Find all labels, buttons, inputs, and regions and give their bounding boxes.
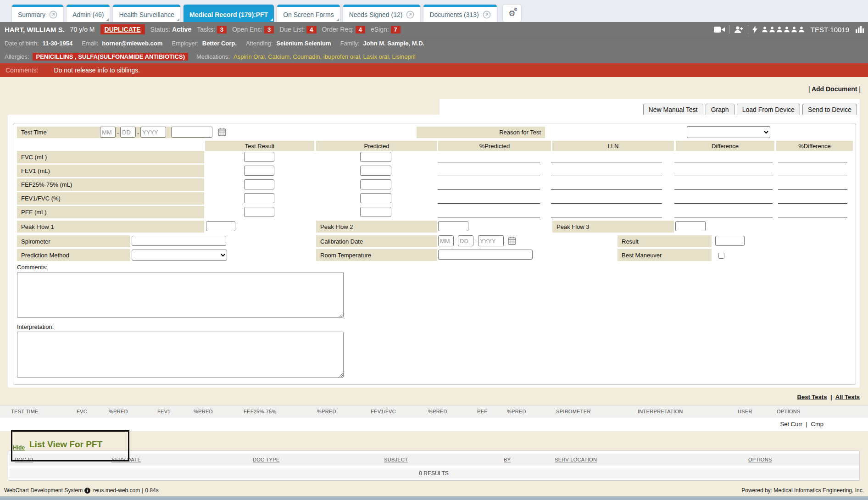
employer-value: Better Corp. <box>202 40 237 47</box>
room-temperature-input[interactable] <box>438 250 533 260</box>
medication-item[interactable]: Lisinopril <box>392 53 415 60</box>
tab-medical-record[interactable]: Medical Record (179):PFT <box>184 5 274 22</box>
comments-banner-text: Do not release info to siblings. <box>54 67 140 74</box>
doc-col-by[interactable]: BY <box>504 457 511 462</box>
test-time-day-input[interactable] <box>120 127 136 138</box>
tab-documents[interactable]: Documents (313) <box>423 5 496 22</box>
graph-button[interactable]: Graph <box>706 104 734 116</box>
peak-flow-1-label-cell: Peak Flow 1 <box>17 221 204 233</box>
date-separator: - <box>455 238 456 245</box>
medication-item[interactable]: Lasix oral <box>363 53 392 60</box>
fev1-pct-difference-line <box>778 176 847 176</box>
fvc-test-result-input[interactable] <box>244 152 274 162</box>
fev1-predicted-input[interactable] <box>360 166 391 176</box>
best-maneuver-checkbox[interactable] <box>718 253 724 259</box>
medication-item[interactable]: Aspirin Oral <box>234 53 268 60</box>
bar-chart-icon[interactable] <box>855 26 864 33</box>
hide-list-view-link[interactable]: Hide <box>13 444 25 451</box>
reason-for-test-select[interactable] <box>687 126 770 138</box>
set-curr-link[interactable]: Set Curr <box>780 421 802 428</box>
tab-summary[interactable]: Summary <box>12 5 63 22</box>
spirometer-label-cell: Spirometer <box>17 235 130 247</box>
calibration-month-input[interactable] <box>438 235 454 246</box>
settings-button[interactable]: ⚙ ⚙ <box>503 5 521 22</box>
doc-col-doc-type[interactable]: DOC TYPE <box>253 457 279 462</box>
add-user-icon[interactable] <box>734 26 744 33</box>
tab-needs-signed[interactable]: Needs Signed (12) <box>343 5 421 22</box>
calibration-year-input[interactable] <box>478 235 504 246</box>
lightning-icon[interactable] <box>752 26 757 33</box>
separator: | <box>830 394 832 400</box>
fev1-fvc-predicted-input[interactable] <box>360 193 391 203</box>
pef-difference-line <box>674 217 773 217</box>
peak-flow-2-input[interactable] <box>438 221 468 231</box>
doc-col-subject[interactable]: SUBJECT <box>384 457 408 462</box>
fef-predicted-input[interactable] <box>360 179 391 189</box>
best-tests-link[interactable]: Best Tests <box>797 394 827 400</box>
fev1-pct-predicted-line <box>438 176 540 176</box>
external-link-icon[interactable] <box>49 11 57 19</box>
results-col-fev1: FEV1 <box>157 409 171 414</box>
fev1-test-result-input[interactable] <box>244 166 274 176</box>
due-list-count-badge[interactable]: 4 <box>306 26 316 33</box>
patient-row-2: Date of birth: 11-30-1954 Email: horner@… <box>0 37 868 50</box>
user-presence-icons[interactable] <box>762 26 805 33</box>
load-from-device-button[interactable]: Load From Device <box>737 104 800 116</box>
medication-item[interactable]: ibuprofen oral <box>323 53 363 60</box>
calibration-day-input[interactable] <box>458 235 473 246</box>
esign-count-badge[interactable]: 7 <box>391 26 401 33</box>
external-link-icon[interactable] <box>406 11 414 19</box>
patient-row-3: Allergies: PENICILLINS , SULFA(SULFONAMI… <box>0 50 868 63</box>
esign-label: eSign: <box>371 26 389 33</box>
tasks-count-badge[interactable]: 3 <box>217 26 227 33</box>
external-link-icon[interactable] <box>483 11 491 19</box>
fvc-predicted-input[interactable] <box>360 152 391 162</box>
fev1-fvc-test-result-input[interactable] <box>244 193 274 203</box>
tab-fold-icon <box>270 18 273 21</box>
new-manual-test-button[interactable]: New Manual Test <box>643 104 703 116</box>
prediction-method-select[interactable] <box>132 250 227 261</box>
fef-test-result-input[interactable] <box>244 179 274 189</box>
test-time-month-input[interactable] <box>100 127 116 138</box>
doc-col-options[interactable]: OPTIONS <box>748 457 772 462</box>
open-enc-count-badge[interactable]: 3 <box>264 26 274 33</box>
info-icon[interactable]: i <box>84 488 90 494</box>
tab-admin[interactable]: Admin (46) <box>67 5 110 22</box>
peak-flow-1-input[interactable] <box>206 221 235 231</box>
send-to-device-button[interactable]: Send to Device <box>802 104 857 116</box>
all-tests-link[interactable]: All Tests <box>835 394 860 400</box>
due-list-label: Due List: <box>279 26 305 33</box>
results-col-options: OPTIONS <box>777 409 801 414</box>
doc-col-serv-location[interactable]: SERV LOCATION <box>555 457 597 462</box>
result-input[interactable] <box>715 236 745 246</box>
order-req-count-badge[interactable]: 4 <box>356 26 365 33</box>
tab-on-screen-forms[interactable]: On Screen Forms <box>277 5 339 22</box>
separator: | <box>806 421 807 428</box>
column-header-lln: LLN <box>552 141 674 151</box>
pef-test-result-input[interactable] <box>244 207 274 217</box>
form-comments-textarea[interactable] <box>17 272 344 318</box>
pef-predicted-input[interactable] <box>360 207 391 217</box>
test-time-year-input[interactable] <box>140 127 166 138</box>
duplicate-badge[interactable]: DUPLICATE <box>100 24 145 34</box>
medication-item[interactable]: Coumadin <box>293 53 323 60</box>
results-col-fev1-fvc: FEV1/FVC <box>371 409 396 414</box>
chart-id[interactable]: TEST-10019 <box>811 26 849 33</box>
fev1-difference-line <box>674 176 773 176</box>
calendar-icon[interactable] <box>508 236 516 245</box>
add-document-link[interactable]: Add Document <box>812 85 857 93</box>
cmp-link[interactable]: Cmp <box>811 421 823 428</box>
tab-health-surveillance[interactable]: Health Surveillance <box>113 5 180 22</box>
comments-banner-label: Comments: <box>6 67 39 74</box>
interpretation-textarea[interactable] <box>17 332 344 378</box>
tab-label: Needs Signed (12) <box>349 11 403 18</box>
medication-item[interactable]: Calcium <box>268 53 293 60</box>
video-call-icon[interactable] <box>714 26 725 33</box>
test-time-time-input[interactable] <box>171 127 212 138</box>
calendar-icon[interactable] <box>218 128 226 136</box>
allergies-badge[interactable]: PENICILLINS , SULFA(SULFONAMIDE ANTIBIOT… <box>33 53 188 61</box>
peak-flow-3-input[interactable] <box>675 221 706 231</box>
results-col-interpretation: INTERPRETATION <box>638 409 683 414</box>
status-label: Status: <box>150 26 171 33</box>
spirometer-input[interactable] <box>132 236 226 246</box>
